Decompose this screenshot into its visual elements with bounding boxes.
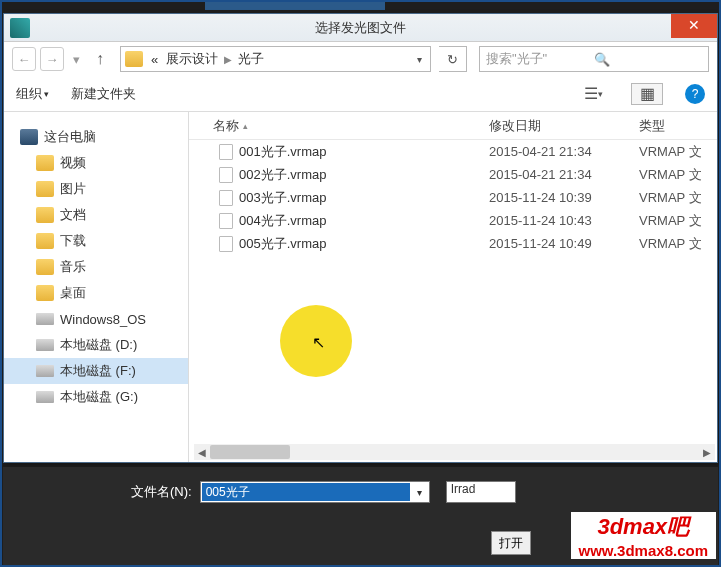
scrollbar-thumb[interactable]	[210, 445, 290, 459]
breadcrumb-prefix: «	[147, 52, 162, 67]
sidebar: 这台电脑 视频 图片 文档 下载 音乐 桌面 Windows8_OS 本地磁盘 …	[4, 112, 189, 462]
sidebar-item-videos[interactable]: 视频	[4, 150, 188, 176]
folder-icon	[36, 233, 54, 249]
file-open-dialog: 选择发光图文件 ✕ ← → ▾ ↑ « 展示设计 ▶ 光子 ▾ ↻ 搜索"光子"…	[3, 13, 718, 463]
breadcrumb-part2[interactable]: 光子	[234, 50, 268, 68]
sidebar-item-drive-f[interactable]: 本地磁盘 (F:)	[4, 358, 188, 384]
back-button[interactable]: ←	[12, 47, 36, 71]
watermark-url: www.3dmax8.com	[579, 542, 709, 559]
file-list: 名称▴ 修改日期 类型 001光子.vrmap2015-04-21 21:34V…	[189, 112, 717, 462]
help-button[interactable]: ?	[685, 84, 705, 104]
file-name: 002光子.vrmap	[239, 166, 326, 184]
sidebar-item-drive-g[interactable]: 本地磁盘 (G:)	[4, 384, 188, 410]
horizontal-scrollbar[interactable]: ◀ ▶	[194, 444, 715, 460]
open-button[interactable]: 打开	[491, 531, 531, 555]
toolbar: 组织▾ 新建文件夹 ☰▾ ▦ ?	[4, 76, 717, 112]
computer-icon	[20, 129, 38, 145]
scroll-left-icon[interactable]: ◀	[194, 444, 210, 460]
file-icon	[219, 190, 233, 206]
file-name: 001光子.vrmap	[239, 143, 326, 161]
file-name: 005光子.vrmap	[239, 235, 326, 253]
background-app-fragment	[205, 0, 385, 10]
history-dropdown[interactable]: ▾	[68, 47, 84, 71]
scroll-right-icon[interactable]: ▶	[699, 444, 715, 460]
chevron-down-icon[interactable]: ▾	[411, 487, 429, 498]
chevron-right-icon: ▶	[222, 54, 234, 65]
sidebar-item-downloads[interactable]: 下载	[4, 228, 188, 254]
drive-icon	[36, 365, 54, 377]
search-input[interactable]: 搜索"光子" 🔍	[479, 46, 709, 72]
organize-button[interactable]: 组织▾	[16, 85, 49, 103]
column-type[interactable]: 类型	[639, 117, 717, 135]
dialog-title: 选择发光图文件	[4, 19, 717, 37]
column-date[interactable]: 修改日期	[489, 117, 639, 135]
filename-input[interactable]: 005光子 ▾	[200, 481, 430, 503]
file-type: VRMAP 文	[639, 189, 717, 207]
file-date: 2015-11-24 10:49	[489, 236, 639, 251]
file-type-filter[interactable]: Irrad	[446, 481, 516, 503]
drive-icon	[36, 391, 54, 403]
file-row[interactable]: 002光子.vrmap2015-04-21 21:34VRMAP 文	[189, 163, 717, 186]
sidebar-item-desktop[interactable]: 桌面	[4, 280, 188, 306]
folder-icon	[36, 207, 54, 223]
new-folder-button[interactable]: 新建文件夹	[71, 85, 136, 103]
column-name[interactable]: 名称▴	[189, 117, 489, 135]
sidebar-item-music[interactable]: 音乐	[4, 254, 188, 280]
file-icon	[219, 144, 233, 160]
watermark: 3dmax吧 www.3dmax8.com	[571, 512, 717, 559]
folder-icon	[36, 181, 54, 197]
file-date: 2015-11-24 10:43	[489, 213, 639, 228]
close-button[interactable]: ✕	[671, 14, 717, 38]
breadcrumb-dropdown[interactable]: ▾	[413, 54, 426, 65]
file-type: VRMAP 文	[639, 143, 717, 161]
filename-label: 文件名(N):	[131, 483, 192, 501]
refresh-button[interactable]: ↻	[439, 46, 467, 72]
file-type: VRMAP 文	[639, 235, 717, 253]
sidebar-item-pictures[interactable]: 图片	[4, 176, 188, 202]
search-placeholder: 搜索"光子"	[486, 50, 594, 68]
file-row[interactable]: 005光子.vrmap2015-11-24 10:49VRMAP 文	[189, 232, 717, 255]
file-row[interactable]: 003光子.vrmap2015-11-24 10:39VRMAP 文	[189, 186, 717, 209]
file-icon	[219, 213, 233, 229]
forward-button[interactable]: →	[40, 47, 64, 71]
drive-icon	[36, 313, 54, 325]
filename-value: 005光子	[202, 483, 410, 501]
file-date: 2015-11-24 10:39	[489, 190, 639, 205]
nav-row: ← → ▾ ↑ « 展示设计 ▶ 光子 ▾ ↻ 搜索"光子" 🔍	[4, 42, 717, 76]
sidebar-item-documents[interactable]: 文档	[4, 202, 188, 228]
view-mode-button[interactable]: ☰▾	[577, 83, 609, 105]
file-row[interactable]: 004光子.vrmap2015-11-24 10:43VRMAP 文	[189, 209, 717, 232]
watermark-title: 3dmax吧	[579, 512, 709, 542]
sidebar-item-windows8[interactable]: Windows8_OS	[4, 306, 188, 332]
sidebar-item-drive-d[interactable]: 本地磁盘 (D:)	[4, 332, 188, 358]
column-headers: 名称▴ 修改日期 类型	[189, 112, 717, 140]
up-button[interactable]: ↑	[88, 47, 112, 71]
file-icon	[219, 167, 233, 183]
titlebar: 选择发光图文件 ✕	[4, 14, 717, 42]
drive-icon	[36, 339, 54, 351]
file-name: 004光子.vrmap	[239, 212, 326, 230]
preview-pane-button[interactable]: ▦	[631, 83, 663, 105]
file-icon	[219, 236, 233, 252]
file-type: VRMAP 文	[639, 212, 717, 230]
file-type: VRMAP 文	[639, 166, 717, 184]
file-name: 003光子.vrmap	[239, 189, 326, 207]
breadcrumb-part1[interactable]: 展示设计	[162, 50, 222, 68]
breadcrumb[interactable]: « 展示设计 ▶ 光子 ▾	[120, 46, 431, 72]
search-icon: 🔍	[594, 52, 702, 67]
folder-icon	[36, 155, 54, 171]
file-date: 2015-04-21 21:34	[489, 144, 639, 159]
file-date: 2015-04-21 21:34	[489, 167, 639, 182]
file-row[interactable]: 001光子.vrmap2015-04-21 21:34VRMAP 文	[189, 140, 717, 163]
folder-icon	[36, 259, 54, 275]
folder-icon	[125, 51, 143, 67]
folder-icon	[36, 285, 54, 301]
sidebar-item-pc[interactable]: 这台电脑	[4, 124, 188, 150]
